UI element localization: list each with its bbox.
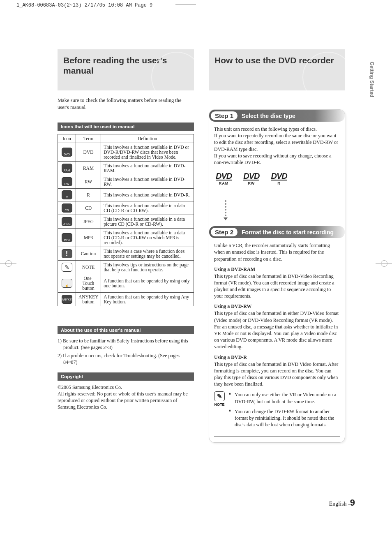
jpeg-icon: JPEG [62, 217, 72, 226]
note-list: You can only use either the VR or Video … [229, 391, 340, 431]
term: MP3 [76, 228, 101, 247]
print-header: 1_AK68-00683A-03(2~13) 2/17/05 10:08 AM … [16, 2, 152, 8]
step-1-body: This unit can record on the following ty… [214, 126, 340, 166]
section-tab: Getting Started [369, 62, 375, 97]
note-icon: ✎ [62, 263, 72, 272]
about-header: About the use of this user's manual [58, 326, 194, 334]
registration-mark-icon [0, 255, 16, 271]
left-column: Before reading the user's manual Make su… [58, 49, 194, 443]
dvd-r-logo: DVD R [271, 172, 287, 185]
subtext: This type of disc can be formatted in ei… [214, 310, 340, 350]
one-touch-icon: ☝ [62, 279, 72, 288]
dvd-sublabel: RW [243, 181, 259, 185]
term: RAM [76, 161, 101, 175]
list-item: You can change the DVD-RW format to anot… [229, 408, 340, 428]
copyright-body: ©2005 Samsung Electronics Co. All rights… [58, 384, 194, 411]
list-item: 1) Be sure to be familiar with Safety In… [58, 338, 194, 351]
step-label: Select the disc type [242, 113, 295, 119]
note-icon: ✎ [214, 391, 225, 401]
dvd-rw-icon: RW [62, 177, 72, 186]
step-2-header: Step 2 Format the disc to start recordin… [209, 226, 345, 238]
term: DVD [76, 143, 101, 161]
page-number: English -9 [329, 497, 355, 508]
dvd-ram-logo: DVD RAM [216, 172, 232, 185]
intro-text: Make sure to check the following matters… [58, 97, 194, 111]
page-num: 9 [350, 497, 355, 508]
table-row: JPEGJPEGThis involves a function availab… [58, 215, 194, 228]
cd-icon: CD [62, 203, 72, 213]
dvd-word: DVD [271, 172, 287, 180]
about-list: 1) Be sure to be familiar with Safety In… [58, 338, 194, 366]
anykey-icon: ANYKEY [62, 295, 72, 304]
note-aside: ✎ NOTE [214, 391, 225, 431]
section-title-before-reading: Before reading the user's manual [58, 49, 194, 90]
dvd-r-icon: R [62, 190, 72, 199]
dvd-word: DVD [216, 172, 232, 180]
definition: This involves a function available in DV… [101, 175, 194, 188]
subheading-dvd-r: Using a DVD-R [214, 354, 340, 361]
copyright-header: Copyright [58, 372, 194, 381]
subheading-dvd-ram: Using a DVD-RAM [214, 266, 340, 273]
definition: A function that can be operated by using… [101, 274, 194, 292]
term: ANYKEY button [76, 292, 101, 306]
dvd-word: DVD [243, 172, 259, 180]
registration-mark-icon [376, 255, 392, 271]
term: Caution [76, 247, 101, 260]
subtext: This type of disc can be formatted in DV… [214, 273, 340, 300]
definition: A function that can be operated by using… [101, 292, 194, 306]
dvd-rw-logo: DVD RW [243, 172, 259, 185]
term: NOTE [76, 260, 101, 274]
caution-icon: ! [62, 249, 72, 258]
definition: This involves a function available in a … [101, 215, 194, 228]
definition: This involves a function available in DV… [101, 161, 194, 175]
note-label: NOTE [214, 402, 225, 407]
term: JPEG [76, 215, 101, 228]
step-pill: Step 1 [211, 111, 238, 120]
dvd-ram-icon: RAM [62, 164, 72, 173]
page-lang: English - [329, 501, 350, 507]
subheading-dvd-rw: Using a DVD-RW [214, 303, 340, 310]
definition: This involves a function available in a … [101, 201, 194, 215]
table-row: !CautionThis involves a case where a fun… [58, 247, 194, 260]
dvd-icon: DVD [62, 148, 72, 157]
definition: This involves a function available in DV… [101, 188, 194, 201]
table-row: RRThis involves a function available in … [58, 188, 194, 201]
term: One-Touch button [76, 274, 101, 292]
right-column: How to use the DVD recorder Step 1 Selec… [209, 49, 345, 443]
icons-table-header: Icons that will be used in manual [58, 123, 194, 131]
subtext: This type of disc can be formatted in DV… [214, 361, 340, 388]
definition: This involves tips or instructions on th… [101, 260, 194, 274]
col-definition: Definition [101, 134, 194, 143]
disc-logos: DVD RAM DVD RW DVD R [216, 172, 340, 185]
icons-table: Icon Term Definition DVDDVDThis involves… [58, 134, 194, 306]
table-row: ☝One-Touch buttonA function that can be … [58, 274, 194, 292]
list-item: 2) If a problem occurs, check for Troubl… [58, 352, 194, 365]
col-term: Term [76, 134, 101, 143]
definition: This involves a case where a function do… [101, 247, 194, 260]
step-label: Format the disc to start recording [242, 229, 334, 236]
dvd-sublabel: RAM [216, 181, 232, 185]
arrow-down-icon [225, 200, 340, 220]
table-row: ANYKEYANYKEY buttonA function that can b… [58, 292, 194, 306]
col-icon: Icon [58, 134, 76, 143]
table-row: RAMRAMThis involves a function available… [58, 161, 194, 175]
table-row: MP3MP3This involves a function available… [58, 228, 194, 247]
table-row: RWRWThis involves a function available i… [58, 175, 194, 188]
step-2-body: Unlike a VCR, the recorder automatically… [214, 242, 340, 262]
dvd-sublabel: R [271, 181, 287, 185]
step-1-header: Step 1 Select the disc type [209, 110, 345, 122]
section-title-how-to-use: How to use the DVD recorder [209, 49, 345, 90]
steps-container: Step 1 Select the disc type This unit ca… [209, 109, 345, 443]
table-row: DVDDVDThis involves a function available… [58, 143, 194, 161]
term: R [76, 188, 101, 201]
note-block: ✎ NOTE You can only use either the VR or… [214, 391, 340, 437]
definition: This involves a function available in DV… [101, 143, 194, 161]
step-pill: Step 2 [211, 228, 238, 236]
table-row: ✎NOTEThis involves tips or instructions … [58, 260, 194, 274]
list-item: You can only use either the VR or Video … [229, 391, 340, 405]
table-row: CDCDThis involves a function available i… [58, 201, 194, 215]
definition: This involves a function available in a … [101, 228, 194, 247]
term: RW [76, 175, 101, 188]
term: CD [76, 201, 101, 215]
mp3-icon: MP3 [62, 233, 72, 242]
